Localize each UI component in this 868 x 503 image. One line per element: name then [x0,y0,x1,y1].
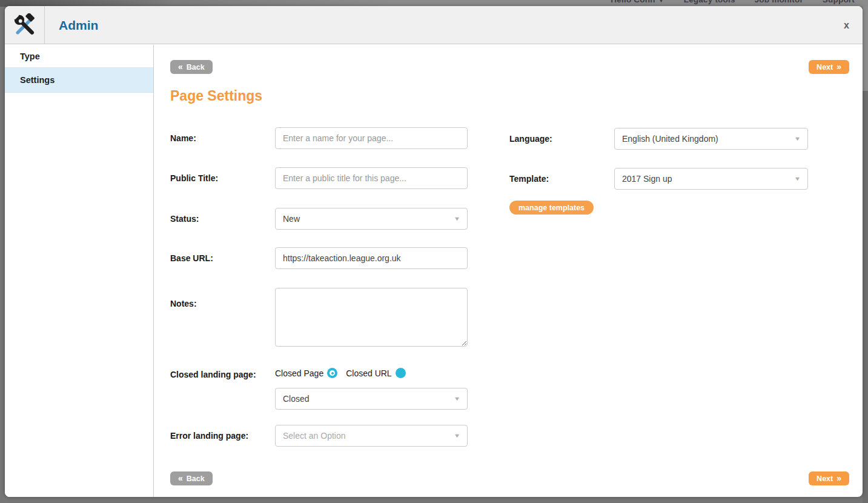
page-title: Page Settings [170,88,262,104]
modal-header: Admin x [5,6,863,44]
sidebar: Type Settings [5,45,154,497]
close-icon[interactable]: x [844,6,849,44]
name-label: Name: [170,133,196,143]
admin-modal: Admin x Type Settings « Back Next » Page… [5,6,863,497]
status-select[interactable]: New ▼ [275,208,468,230]
language-select[interactable]: English (United Kingdom) ▼ [614,128,808,150]
name-input[interactable] [275,127,468,149]
closed-landing-label: Closed landing page: [170,370,256,379]
double-chevron-left-icon: « [178,474,183,482]
page-scrollbar-thumb[interactable] [863,91,868,503]
closed-landing-radio-group: Closed Page Closed URL [275,368,406,378]
error-landing-select[interactable]: Select an Option ▼ [275,425,468,447]
double-chevron-right-icon: » [837,474,841,482]
public-title-input[interactable] [275,167,468,189]
closed-page-option-label: Closed Page [275,368,323,378]
page-scrollbar-track[interactable] [863,0,868,503]
chevron-down-icon: ▼ [658,0,664,4]
closed-page-select[interactable]: Closed ▼ [275,388,468,410]
base-url-input[interactable] [275,247,468,269]
template-label: Template: [509,174,549,184]
notes-label: Notes: [170,299,197,308]
double-chevron-left-icon: « [178,62,183,71]
chevron-down-icon: ▼ [794,176,801,182]
sidebar-item-label: Type [20,52,40,61]
closed-url-option-label: Closed URL [346,368,391,378]
chevron-down-icon: ▼ [454,216,461,222]
notes-textarea[interactable] [275,288,468,347]
base-url-label: Base URL: [170,253,213,263]
sidebar-item-settings[interactable]: Settings [5,68,153,93]
error-landing-label: Error landing page: [170,431,248,441]
closed-page-radio[interactable] [327,368,337,378]
chevron-down-icon: ▼ [454,433,461,439]
sidebar-item-type[interactable]: Type [5,45,153,68]
status-label: Status: [170,214,199,224]
closed-url-radio[interactable] [396,368,406,378]
next-button-bottom[interactable]: Next » [809,471,849,485]
language-label: Language: [509,134,552,144]
public-title-label: Public Title: [170,173,218,183]
settings-panel: « Back Next » Page Settings Name: Public… [154,45,863,497]
template-select[interactable]: 2017 Sign up ▼ [614,168,808,190]
chevron-down-icon: ▼ [454,396,461,402]
next-button-top[interactable]: Next » [809,60,849,74]
back-button-bottom[interactable]: « Back [170,471,213,485]
admin-tools-icon [5,6,45,44]
manage-templates-button[interactable]: manage templates [509,201,594,215]
double-chevron-right-icon: » [837,62,841,71]
back-button-top[interactable]: « Back [170,60,213,74]
modal-title: Admin [59,6,98,44]
sidebar-item-label: Settings [20,75,55,85]
chevron-down-icon: ▼ [794,136,801,142]
